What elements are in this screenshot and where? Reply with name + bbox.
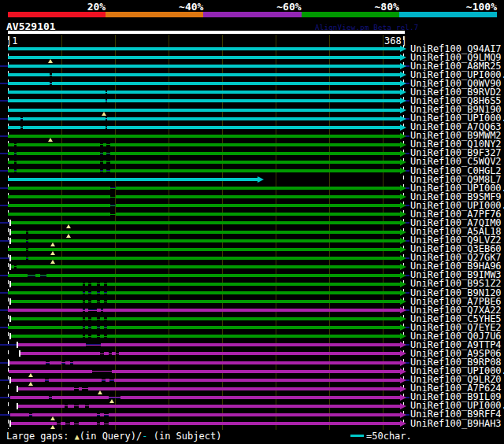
alignment-bar-segment[interactable] (65, 361, 69, 364)
alignment-bar-segment[interactable] (52, 396, 109, 399)
alignment-bar-segment[interactable] (110, 152, 402, 155)
alignment-bar-segment[interactable] (8, 152, 14, 155)
alignment-bar-segment[interactable] (100, 283, 104, 286)
alignment-bar-segment[interactable] (88, 387, 402, 390)
row-label[interactable]: UniRef100_B9HAH3 (410, 419, 502, 428)
alignment-bar-segment[interactable] (49, 379, 102, 382)
alignment-bar-segment[interactable] (91, 317, 97, 320)
alignment-bar-segment[interactable] (23, 117, 106, 120)
alignment-bar-segment[interactable] (10, 257, 26, 260)
alignment-bar-segment[interactable] (110, 169, 402, 172)
alignment-bar-segment[interactable] (50, 361, 61, 364)
alignment-bar-segment[interactable] (8, 248, 26, 251)
alignment-bar-segment[interactable] (10, 239, 26, 242)
alignment-bar-segment[interactable] (8, 291, 83, 294)
alignment-bar-segment[interactable] (10, 283, 83, 286)
alignment-bar-segment[interactable] (28, 231, 402, 234)
alignment-bar-segment[interactable] (8, 204, 110, 207)
alignment-bar-segment[interactable] (17, 143, 100, 146)
alignment-bar-segment[interactable] (8, 65, 402, 68)
alignment-bar-segment[interactable] (17, 152, 100, 155)
alignment-bar-segment[interactable] (107, 91, 402, 94)
alignment-bar-segment[interactable] (107, 126, 402, 129)
alignment-bar-segment[interactable] (85, 326, 88, 329)
alignment-bar-segment[interactable] (119, 352, 402, 355)
alignment-bar-segment[interactable] (116, 195, 402, 198)
alignment-bar-segment[interactable] (107, 291, 402, 294)
alignment-bar-segment[interactable] (85, 317, 88, 320)
alignment-bar-segment[interactable] (85, 300, 88, 303)
alignment-bar-segment[interactable] (100, 413, 104, 416)
alignment-bar-segment[interactable] (107, 283, 402, 286)
alignment-bar-segment[interactable] (10, 300, 83, 303)
alignment-bar-segment[interactable] (8, 135, 402, 138)
alignment-bar-segment[interactable] (8, 326, 83, 329)
alignment-bar-segment[interactable] (8, 47, 402, 50)
alignment-bar-segment[interactable] (116, 204, 402, 207)
alignment-bar-segment[interactable] (8, 161, 14, 164)
alignment-bar-segment[interactable] (8, 309, 83, 312)
alignment-bar-segment[interactable] (52, 73, 402, 76)
alignment-bar-segment[interactable] (52, 82, 402, 85)
alignment-bar-segment[interactable] (100, 335, 104, 338)
alignment-bar-segment[interactable] (103, 169, 106, 172)
alignment-bar-segment[interactable] (8, 178, 259, 181)
alignment-bar-segment[interactable] (100, 326, 104, 329)
alignment-bar-segment[interactable] (100, 300, 104, 303)
alignment-bar-segment[interactable] (85, 335, 88, 338)
alignment-bar-segment[interactable] (103, 161, 106, 164)
alignment-bar-segment[interactable] (17, 265, 402, 268)
alignment-bar-segment[interactable] (20, 352, 100, 355)
alignment-bar-segment[interactable] (9, 361, 45, 364)
alignment-bar-segment[interactable] (110, 143, 402, 146)
alignment-bar-segment[interactable] (10, 231, 26, 234)
alignment-bar-segment[interactable] (10, 396, 49, 399)
alignment-bar-segment[interactable] (8, 274, 28, 277)
alignment-bar-segment[interactable] (103, 309, 402, 312)
alignment-bar-segment[interactable] (89, 405, 402, 408)
alignment-bar-segment[interactable] (17, 387, 74, 390)
alignment-bar-segment[interactable] (70, 422, 74, 425)
alignment-bar-segment[interactable] (8, 109, 402, 112)
alignment-bar-segment[interactable] (107, 335, 402, 338)
alignment-bar-segment[interactable] (103, 152, 106, 155)
alignment-bar-segment[interactable] (114, 379, 402, 382)
alignment-bar-segment[interactable] (17, 405, 65, 408)
alignment-bar-segment[interactable] (8, 195, 110, 198)
alignment-bar-segment[interactable] (8, 99, 106, 102)
alignment-bar-segment[interactable] (100, 422, 104, 425)
alignment-bar-segment[interactable] (28, 239, 402, 242)
alignment-bar-segment[interactable] (110, 161, 402, 164)
alignment-bar-segment[interactable] (100, 291, 104, 294)
alignment-bar-segment[interactable] (100, 317, 104, 320)
alignment-bar-segment[interactable] (10, 413, 30, 416)
alignment-bar-segment[interactable] (85, 309, 88, 312)
alignment-bar-segment[interactable] (104, 352, 108, 355)
alignment-bar-segment[interactable] (91, 326, 97, 329)
alignment-bar-segment[interactable] (23, 126, 106, 129)
alignment-bar-segment[interactable] (8, 117, 20, 120)
alignment-bar-segment[interactable] (85, 283, 88, 286)
alignment-bar-segment[interactable] (28, 257, 402, 260)
alignment-bar-segment[interactable] (17, 161, 100, 164)
alignment-bar-segment[interactable] (79, 387, 82, 390)
alignment-bar-segment[interactable] (8, 56, 402, 59)
alignment-bar-segment[interactable] (32, 413, 97, 416)
alignment-bar-segment[interactable] (112, 370, 402, 373)
alignment-bar-segment[interactable] (8, 73, 50, 76)
alignment-bar-segment[interactable] (107, 317, 402, 320)
alignment-bar-segment[interactable] (46, 274, 402, 277)
alignment-bar-segment[interactable] (61, 422, 66, 425)
alignment-bar-segment[interactable] (109, 413, 402, 416)
alignment-bar-segment[interactable] (97, 309, 101, 312)
alignment-bar-segment[interactable] (8, 91, 106, 94)
alignment-bar-segment[interactable] (79, 422, 97, 425)
alignment-bar-segment[interactable] (91, 335, 97, 338)
alignment-bar-segment[interactable] (107, 326, 402, 329)
alignment-bar-segment[interactable] (28, 248, 402, 251)
alignment-bar-segment[interactable] (9, 370, 92, 373)
alignment-bar-segment[interactable] (17, 343, 86, 346)
alignment-bar-segment[interactable] (68, 405, 74, 408)
alignment-bar-segment[interactable] (10, 335, 83, 338)
alignment-bar-segment[interactable] (85, 291, 88, 294)
